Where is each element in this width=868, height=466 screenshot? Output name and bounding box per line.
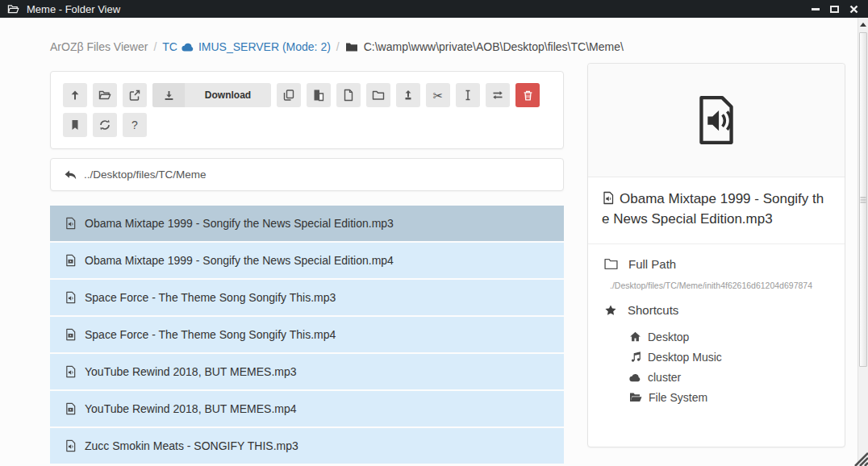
- cloud-icon: [629, 372, 641, 382]
- open-button[interactable]: [93, 83, 117, 107]
- refresh-icon: [98, 119, 111, 131]
- download-button[interactable]: Download: [152, 83, 271, 107]
- file-row[interactable]: YouTube Rewind 2018, BUT MEMES.mp4: [50, 391, 564, 426]
- scrollbar-thumb[interactable]: [859, 32, 867, 367]
- video-file-icon: [65, 402, 77, 415]
- current-path-text: ../Desktop/files/TC/Meme: [84, 169, 207, 181]
- shortcut-label: cluster: [648, 371, 681, 384]
- breadcrumb-app-name[interactable]: ArOZβ Files Viewer: [50, 40, 148, 53]
- video-file-icon: [65, 254, 77, 267]
- file-row[interactable]: Space Force - The Theme Song Songify Thi…: [50, 317, 564, 352]
- folder-icon: [604, 258, 618, 270]
- file-toolbar: Download: [50, 71, 564, 149]
- shortcut-list: Desktop Desktop Music cluster: [629, 327, 828, 407]
- full-path-label: Full Path: [628, 257, 676, 271]
- shortcut-desktop-music[interactable]: Desktop Music: [629, 347, 828, 367]
- audio-file-icon: [65, 365, 77, 378]
- file-properties-panel: Obama Mixtape 1999 - Songify the News Sp…: [587, 63, 845, 447]
- scissors-icon: ✂: [433, 89, 444, 102]
- file-name: Space Force - The Theme Song Songify Thi…: [85, 291, 336, 304]
- help-button[interactable]: ?: [123, 113, 147, 137]
- file-row[interactable]: Space Force - The Theme Song Songify Thi…: [50, 280, 564, 315]
- audio-file-icon: [65, 439, 77, 452]
- file-row[interactable]: YouTube Rewind 2018, BUT MEMES.mp3: [50, 354, 564, 389]
- cloud-icon: [182, 42, 194, 52]
- move-button[interactable]: [486, 83, 510, 107]
- audio-file-icon: [690, 94, 743, 147]
- full-path-header: Full Path: [604, 257, 828, 271]
- minimize-icon: [812, 8, 820, 10]
- window-resize-grip[interactable]: [850, 448, 868, 466]
- new-folder-button[interactable]: [366, 83, 390, 107]
- back-arrow-icon: [64, 169, 77, 181]
- refresh-button[interactable]: [93, 113, 117, 137]
- current-path-bar[interactable]: ../Desktop/files/TC/Meme: [50, 158, 564, 191]
- window-titlebar: Meme - Folder View: [0, 0, 868, 18]
- swap-arrows-icon: [491, 89, 504, 102]
- new-file-button[interactable]: [336, 83, 361, 107]
- upload-button[interactable]: [396, 83, 420, 107]
- audio-file-icon: [65, 217, 77, 230]
- file-row[interactable]: Zucc Smokin Meats - SONGIFY THIS.mp3: [50, 428, 564, 464]
- folder-open-icon: [629, 392, 642, 403]
- breadcrumb-server-label: IMUS_SERVER (Mode: 2): [198, 40, 331, 53]
- bookmark-icon: [69, 119, 81, 131]
- audio-file-icon: [65, 291, 77, 304]
- trash-icon: [522, 89, 534, 102]
- file-icon: [342, 89, 355, 102]
- shortcut-label: Desktop: [648, 331, 689, 343]
- shortcut-label: Desktop Music: [648, 351, 722, 364]
- video-file-icon: [65, 328, 77, 341]
- breadcrumb-path-text: C:\wamp\www\private\AOB\Desktop\files\TC…: [364, 40, 624, 53]
- file-preview: [588, 64, 845, 177]
- file-properties-body: Full Path ./Desktop/files/TC/Meme/inith4…: [588, 244, 845, 420]
- scrollbar-grip-icon: [861, 197, 866, 202]
- folder-icon: [345, 41, 358, 52]
- file-name: Space Force - The Theme Song Songify Thi…: [85, 328, 336, 341]
- shortcut-label: File System: [649, 391, 707, 404]
- close-icon: [849, 5, 858, 14]
- breadcrumb-separator: /: [336, 40, 340, 53]
- rename-button[interactable]: [456, 83, 480, 107]
- question-mark-icon: ?: [131, 119, 138, 131]
- file-row[interactable]: Obama Mixtape 1999 - Songify the News Sp…: [50, 206, 564, 241]
- upload-icon: [402, 89, 415, 102]
- music-icon: [629, 351, 641, 363]
- audio-file-icon: [602, 191, 615, 205]
- minimize-button[interactable]: [809, 4, 821, 15]
- folder-open-icon: [98, 89, 111, 102]
- copy-button[interactable]: [277, 83, 301, 107]
- breadcrumb-server-link[interactable]: TC IMUS_SERVER (Mode: 2): [162, 40, 331, 53]
- copy-icon: [282, 89, 295, 102]
- full-path-value: ./Desktop/files/TC/Meme/inith4f62616d612…: [610, 281, 828, 290]
- shortcut-file-system[interactable]: File System: [629, 387, 828, 407]
- scroll-up-button[interactable]: [858, 18, 868, 31]
- bookmark-button[interactable]: [63, 113, 87, 137]
- shortcut-desktop[interactable]: Desktop: [629, 327, 828, 347]
- file-row[interactable]: Obama Mixtape 1999 - Songify the News Sp…: [50, 243, 564, 278]
- scroll-up-arrow-icon: [860, 23, 866, 27]
- paste-button[interactable]: [307, 83, 331, 107]
- breadcrumb-drive-label: TC: [162, 40, 177, 53]
- close-button[interactable]: [848, 4, 860, 15]
- text-cursor-icon: [461, 89, 474, 102]
- download-button-label: Download: [185, 89, 271, 101]
- file-name: Obama Mixtape 1999 - Songify the News Sp…: [85, 254, 394, 267]
- file-name: YouTube Rewind 2018, BUT MEMES.mp4: [85, 402, 297, 415]
- vertical-scrollbar[interactable]: [858, 18, 868, 466]
- go-up-button[interactable]: [63, 83, 87, 107]
- delete-button[interactable]: [515, 83, 540, 107]
- folder-icon: [372, 89, 385, 102]
- cut-button[interactable]: ✂: [426, 83, 450, 107]
- breadcrumb-current-path: C:\wamp\www\private\AOB\Desktop\files\TC…: [345, 40, 624, 53]
- folder-open-icon: [6, 3, 20, 15]
- maximize-button[interactable]: [828, 4, 841, 15]
- file-name: YouTube Rewind 2018, BUT MEMES.mp3: [85, 365, 297, 378]
- open-in-new-window-button[interactable]: [123, 83, 147, 107]
- home-icon: [629, 331, 641, 343]
- toolbar-row-2: ?: [63, 113, 551, 137]
- file-list: Obama Mixtape 1999 - Songify the News Sp…: [50, 206, 564, 466]
- shortcut-cluster[interactable]: cluster: [629, 367, 828, 387]
- star-icon: [604, 304, 617, 317]
- external-link-icon: [128, 89, 141, 102]
